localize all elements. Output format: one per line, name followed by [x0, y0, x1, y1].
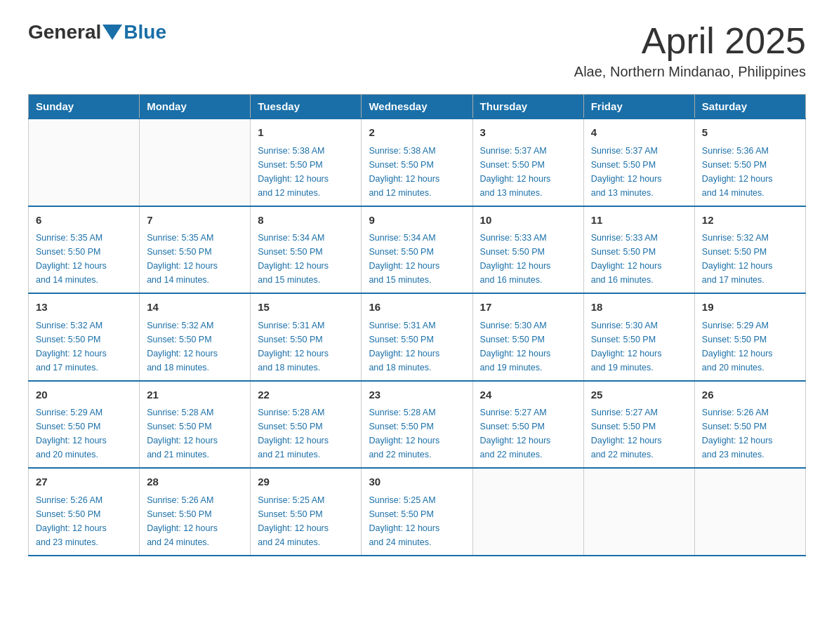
day-info: Sunrise: 5:32 AM Sunset: 5:50 PM Dayligh… [147, 318, 243, 375]
calendar-cell: 24Sunrise: 5:27 AM Sunset: 5:50 PM Dayli… [472, 381, 583, 469]
day-info: Sunrise: 5:33 AM Sunset: 5:50 PM Dayligh… [480, 231, 576, 287]
calendar-cell [472, 468, 583, 556]
day-info: Sunrise: 5:34 AM Sunset: 5:50 PM Dayligh… [369, 231, 465, 287]
calendar-cell: 19Sunrise: 5:29 AM Sunset: 5:50 PM Dayli… [694, 293, 805, 381]
day-info: Sunrise: 5:28 AM Sunset: 5:50 PM Dayligh… [258, 405, 354, 462]
day-info: Sunrise: 5:34 AM Sunset: 5:50 PM Dayligh… [258, 231, 354, 287]
day-info: Sunrise: 5:35 AM Sunset: 5:50 PM Dayligh… [147, 231, 243, 287]
logo-blue-text: Blue [124, 21, 166, 43]
day-info: Sunrise: 5:30 AM Sunset: 5:50 PM Dayligh… [480, 318, 576, 375]
calendar-title: April 2025 [574, 21, 806, 61]
calendar-cell: 6Sunrise: 5:35 AM Sunset: 5:50 PM Daylig… [29, 206, 140, 294]
calendar-cell: 3Sunrise: 5:37 AM Sunset: 5:50 PM Daylig… [472, 119, 583, 206]
calendar-cell: 27Sunrise: 5:26 AM Sunset: 5:50 PM Dayli… [29, 468, 140, 556]
calendar-week-row: 1Sunrise: 5:38 AM Sunset: 5:50 PM Daylig… [29, 119, 806, 206]
day-info: Sunrise: 5:30 AM Sunset: 5:50 PM Dayligh… [591, 318, 687, 375]
logo-general-text: General [28, 21, 101, 43]
calendar-cell: 16Sunrise: 5:31 AM Sunset: 5:50 PM Dayli… [362, 293, 472, 381]
day-number: 16 [369, 300, 465, 316]
day-info: Sunrise: 5:32 AM Sunset: 5:50 PM Dayligh… [702, 231, 798, 287]
day-number: 29 [258, 474, 354, 490]
calendar-cell: 14Sunrise: 5:32 AM Sunset: 5:50 PM Dayli… [140, 293, 251, 381]
calendar-cell: 18Sunrise: 5:30 AM Sunset: 5:50 PM Dayli… [583, 293, 694, 381]
calendar-cell [29, 119, 140, 206]
calendar-cell: 26Sunrise: 5:26 AM Sunset: 5:50 PM Dayli… [694, 381, 805, 469]
calendar-cell: 4Sunrise: 5:37 AM Sunset: 5:50 PM Daylig… [583, 119, 694, 206]
day-number: 22 [258, 387, 354, 403]
calendar-day-header: Friday [583, 95, 694, 119]
day-number: 5 [702, 125, 798, 141]
day-number: 7 [147, 213, 243, 229]
day-number: 4 [591, 125, 687, 141]
day-number: 28 [147, 474, 243, 490]
calendar-cell: 17Sunrise: 5:30 AM Sunset: 5:50 PM Dayli… [472, 293, 583, 381]
day-info: Sunrise: 5:38 AM Sunset: 5:50 PM Dayligh… [258, 144, 354, 200]
calendar-cell [140, 119, 251, 206]
calendar-cell: 21Sunrise: 5:28 AM Sunset: 5:50 PM Dayli… [140, 381, 251, 469]
day-info: Sunrise: 5:25 AM Sunset: 5:50 PM Dayligh… [369, 493, 465, 549]
day-info: Sunrise: 5:26 AM Sunset: 5:50 PM Dayligh… [702, 405, 798, 462]
title-block: April 2025 Alae, Northern Mindanao, Phil… [574, 21, 806, 80]
calendar-day-header: Monday [140, 95, 251, 119]
calendar-cell: 1Sunrise: 5:38 AM Sunset: 5:50 PM Daylig… [251, 119, 362, 206]
calendar-cell: 28Sunrise: 5:26 AM Sunset: 5:50 PM Dayli… [140, 468, 251, 556]
day-info: Sunrise: 5:27 AM Sunset: 5:50 PM Dayligh… [591, 405, 687, 462]
page-header: General Blue April 2025 Alae, Northern M… [28, 21, 806, 80]
logo-triangle-icon [102, 25, 122, 40]
day-info: Sunrise: 5:26 AM Sunset: 5:50 PM Dayligh… [147, 493, 243, 549]
calendar-cell [583, 468, 694, 556]
calendar-table: SundayMondayTuesdayWednesdayThursdayFrid… [28, 94, 806, 556]
day-info: Sunrise: 5:31 AM Sunset: 5:50 PM Dayligh… [369, 318, 465, 375]
day-number: 24 [480, 387, 576, 403]
calendar-cell [694, 468, 805, 556]
day-info: Sunrise: 5:36 AM Sunset: 5:50 PM Dayligh… [702, 144, 798, 200]
day-number: 9 [369, 213, 465, 229]
day-number: 15 [258, 300, 354, 316]
day-number: 25 [591, 387, 687, 403]
calendar-cell: 22Sunrise: 5:28 AM Sunset: 5:50 PM Dayli… [251, 381, 362, 469]
calendar-cell: 29Sunrise: 5:25 AM Sunset: 5:50 PM Dayli… [251, 468, 362, 556]
day-number: 1 [258, 125, 354, 141]
day-number: 10 [480, 213, 576, 229]
calendar-cell: 8Sunrise: 5:34 AM Sunset: 5:50 PM Daylig… [251, 206, 362, 294]
calendar-cell: 23Sunrise: 5:28 AM Sunset: 5:50 PM Dayli… [362, 381, 472, 469]
calendar-cell: 25Sunrise: 5:27 AM Sunset: 5:50 PM Dayli… [583, 381, 694, 469]
day-number: 20 [36, 387, 132, 403]
day-number: 18 [591, 300, 687, 316]
day-info: Sunrise: 5:35 AM Sunset: 5:50 PM Dayligh… [36, 231, 132, 287]
day-number: 8 [258, 213, 354, 229]
day-number: 3 [480, 125, 576, 141]
calendar-cell: 13Sunrise: 5:32 AM Sunset: 5:50 PM Dayli… [29, 293, 140, 381]
day-number: 30 [369, 474, 465, 490]
calendar-cell: 7Sunrise: 5:35 AM Sunset: 5:50 PM Daylig… [140, 206, 251, 294]
calendar-week-row: 27Sunrise: 5:26 AM Sunset: 5:50 PM Dayli… [29, 468, 806, 556]
day-number: 12 [702, 213, 798, 229]
calendar-cell: 20Sunrise: 5:29 AM Sunset: 5:50 PM Dayli… [29, 381, 140, 469]
day-number: 19 [702, 300, 798, 316]
calendar-week-row: 6Sunrise: 5:35 AM Sunset: 5:50 PM Daylig… [29, 206, 806, 294]
calendar-cell: 9Sunrise: 5:34 AM Sunset: 5:50 PM Daylig… [362, 206, 472, 294]
day-number: 6 [36, 213, 132, 229]
calendar-cell: 2Sunrise: 5:38 AM Sunset: 5:50 PM Daylig… [362, 119, 472, 206]
day-number: 27 [36, 474, 132, 490]
day-info: Sunrise: 5:27 AM Sunset: 5:50 PM Dayligh… [480, 405, 576, 462]
calendar-cell: 12Sunrise: 5:32 AM Sunset: 5:50 PM Dayli… [694, 206, 805, 294]
calendar-cell: 30Sunrise: 5:25 AM Sunset: 5:50 PM Dayli… [362, 468, 472, 556]
day-info: Sunrise: 5:38 AM Sunset: 5:50 PM Dayligh… [369, 144, 465, 200]
calendar-day-header: Wednesday [362, 95, 472, 119]
day-info: Sunrise: 5:37 AM Sunset: 5:50 PM Dayligh… [480, 144, 576, 200]
logo: General Blue [28, 21, 166, 43]
day-info: Sunrise: 5:25 AM Sunset: 5:50 PM Dayligh… [258, 493, 354, 549]
day-info: Sunrise: 5:28 AM Sunset: 5:50 PM Dayligh… [147, 405, 243, 462]
calendar-cell: 15Sunrise: 5:31 AM Sunset: 5:50 PM Dayli… [251, 293, 362, 381]
calendar-week-row: 13Sunrise: 5:32 AM Sunset: 5:50 PM Dayli… [29, 293, 806, 381]
day-info: Sunrise: 5:29 AM Sunset: 5:50 PM Dayligh… [36, 405, 132, 462]
calendar-week-row: 20Sunrise: 5:29 AM Sunset: 5:50 PM Dayli… [29, 381, 806, 469]
day-number: 13 [36, 300, 132, 316]
calendar-day-header: Thursday [472, 95, 583, 119]
day-info: Sunrise: 5:26 AM Sunset: 5:50 PM Dayligh… [36, 493, 132, 549]
day-info: Sunrise: 5:29 AM Sunset: 5:50 PM Dayligh… [702, 318, 798, 375]
calendar-day-header: Saturday [694, 95, 805, 119]
day-info: Sunrise: 5:37 AM Sunset: 5:50 PM Dayligh… [591, 144, 687, 200]
day-number: 26 [702, 387, 798, 403]
